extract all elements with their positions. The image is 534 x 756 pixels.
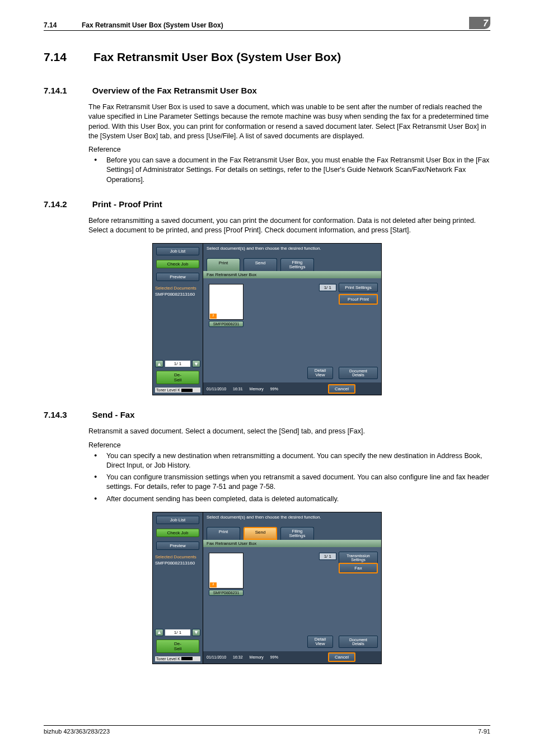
page-footer: bizhub 423/363/283/223 7-91: [44, 725, 490, 735]
instruction-text: Select document(s) and then choose the d…: [203, 244, 381, 256]
body-paragraph: Before retransmitting a saved document, …: [88, 216, 490, 236]
subsection-number: 7.14.2: [44, 199, 88, 209]
cancel-button[interactable]: Cancel: [328, 384, 355, 394]
selected-documents-label: Selected Documents: [155, 286, 200, 291]
section-title: Fax Retransmit User Box (System User Box…: [93, 50, 341, 63]
section-heading: 7.14 Fax Retransmit User Box (System Use…: [44, 45, 490, 66]
fax-button[interactable]: Fax: [339, 563, 378, 573]
reference-list: You can specify a new destination when r…: [88, 451, 490, 504]
reference-label: Reference: [88, 146, 490, 153]
tab-filing-settings[interactable]: Filing Settings: [280, 258, 314, 271]
instruction-text: Select document(s) and then choose the d…: [203, 512, 381, 525]
arrow-up-icon[interactable]: ▲: [155, 360, 163, 367]
tab-send[interactable]: Send: [243, 527, 277, 540]
thumbnail-label: SMFP0808231: [209, 321, 243, 327]
detail-view-button[interactable]: Detail View: [307, 636, 333, 648]
section-number: 7.14: [44, 50, 88, 64]
document-details-button[interactable]: Document Details: [339, 367, 378, 379]
check-job-button[interactable]: Check Job: [156, 529, 199, 537]
document-details-button[interactable]: Document Details: [339, 636, 378, 648]
job-list-button[interactable]: Job List: [156, 247, 199, 255]
status-time: 16:31: [233, 387, 243, 391]
page-count-badge: 2: [210, 582, 217, 587]
page-indicator: 1/ 1: [319, 284, 336, 291]
status-memory-pct: 99%: [270, 655, 278, 659]
subsection-heading: 7.14.2 Print - Proof Print: [44, 195, 490, 211]
arrow-down-icon[interactable]: ▼: [192, 360, 200, 367]
arrow-down-icon[interactable]: ▼: [192, 629, 200, 636]
status-time: 16:32: [233, 655, 243, 659]
cancel-button[interactable]: Cancel: [328, 652, 355, 662]
reference-list: Before you can save a document in the Fa…: [88, 156, 490, 185]
subsection-title: Print - Proof Print: [92, 199, 162, 209]
preview-button[interactable]: Preview: [156, 542, 199, 550]
page-indicator-small: 1/ 1: [165, 629, 190, 636]
page-indicator: 1/ 1: [319, 553, 336, 560]
preview-button[interactable]: Preview: [156, 273, 199, 281]
subsection-number: 7.14.3: [44, 410, 88, 419]
tab-print[interactable]: Print: [207, 527, 240, 540]
status-date: 01/11/2010: [207, 387, 226, 391]
transmission-settings-button[interactable]: Transmission Settings: [339, 552, 378, 564]
detail-view-button[interactable]: Detail View: [307, 367, 333, 379]
status-memory-label: Memory: [250, 387, 264, 391]
selected-documents-label: Selected Documents: [155, 554, 200, 559]
status-date: 01/11/2010: [207, 655, 226, 659]
check-job-button[interactable]: Check Job: [156, 260, 199, 268]
subsection-title: Send - Fax: [92, 410, 135, 419]
header-section-number: 7.14: [44, 21, 82, 29]
tab-send[interactable]: Send: [243, 258, 277, 271]
header-section-title: Fax Retransmit User Box (System User Box…: [82, 21, 490, 29]
deselect-button[interactable]: De- Sell: [156, 640, 199, 653]
status-memory-pct: 99%: [270, 387, 278, 391]
arrow-up-icon[interactable]: ▲: [155, 629, 163, 636]
footer-product: bizhub 423/363/283/223: [44, 728, 110, 735]
status-memory-label: Memory: [250, 655, 264, 659]
toner-level: Toner Level K: [155, 656, 200, 661]
body-paragraph: Retransmit a saved document. Select a do…: [88, 427, 490, 436]
print-settings-button[interactable]: Print Settings: [339, 283, 378, 292]
reference-item: You can configure transmission settings …: [88, 473, 490, 492]
selected-document-name: SMFP08082313160: [155, 561, 200, 566]
document-thumbnail[interactable]: 2: [209, 284, 243, 320]
reference-item: Before you can save a document in the Fa…: [88, 156, 490, 185]
document-thumbnail[interactable]: 2: [209, 553, 243, 589]
breadcrumb: Fax Retransmit User Box: [203, 540, 381, 547]
device-screenshot-send: Job List Check Job Preview Selected Docu…: [152, 512, 382, 664]
footer-page-number: 7-91: [478, 728, 490, 735]
page-count-badge: 2: [210, 314, 217, 319]
reference-item: After document sending has been complete…: [88, 494, 490, 504]
proof-print-button[interactable]: Proof Print: [339, 294, 378, 305]
thumbnail-label: SMFP0808231: [209, 590, 243, 596]
toner-level: Toner Level K: [155, 388, 200, 393]
device-screenshot-print: Job List Check Job Preview Selected Docu…: [152, 243, 382, 395]
page-indicator-small: 1/ 1: [165, 361, 190, 367]
subsection-title: Overview of the Fax Retransmit User Box: [92, 86, 257, 95]
reference-item: You can specify a new destination when r…: [88, 451, 490, 471]
deselect-button[interactable]: De- Sell: [156, 371, 199, 384]
job-list-button[interactable]: Job List: [156, 516, 199, 524]
chapter-badge: 7: [469, 17, 490, 29]
tab-print[interactable]: Print: [207, 258, 240, 271]
subsection-heading: 7.14.3 Send - Fax: [44, 405, 490, 421]
running-header: 7.14 Fax Retransmit User Box (System Use…: [44, 21, 490, 31]
body-paragraph: The Fax Retransmit User Box is used to s…: [88, 102, 490, 141]
subsection-heading: 7.14.1 Overview of the Fax Retransmit Us…: [44, 81, 490, 97]
breadcrumb: Fax Retransmit User Box: [203, 271, 381, 278]
reference-label: Reference: [88, 441, 490, 449]
selected-document-name: SMFP08082313160: [155, 292, 200, 297]
subsection-number: 7.14.1: [44, 86, 88, 95]
tab-filing-settings[interactable]: Filing Settings: [280, 527, 314, 540]
